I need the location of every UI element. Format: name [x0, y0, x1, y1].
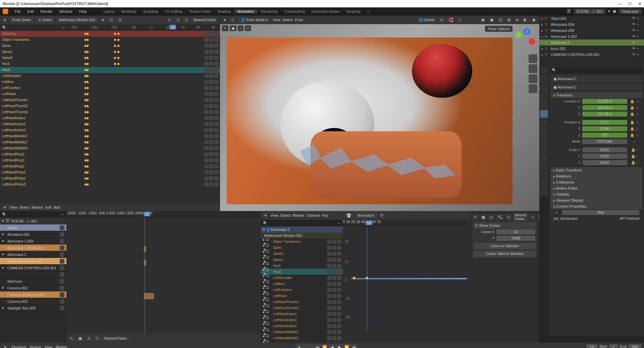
rotation-mode-dropdown[interactable]: XYZ Euler	[582, 139, 627, 144]
workspace-rendering[interactable]: Rendering	[257, 9, 281, 13]
pose-menu[interactable]: Pose	[295, 18, 303, 22]
next-key-icon[interactable]: ⏩	[343, 344, 350, 348]
workspace-shading[interactable]: Shading	[214, 9, 234, 13]
edit-menu[interactable]: Edit	[45, 205, 51, 209]
channel-row[interactable]: LeftHandIndex3	[0, 127, 220, 133]
view-menu[interactable]: View	[44, 345, 52, 348]
tab-physics-icon[interactable]	[540, 136, 548, 144]
mute-icon[interactable]	[332, 288, 336, 292]
graph-channel-row[interactable]: ▸ ☑ 👁 Head	[261, 269, 343, 275]
keyframe[interactable]	[86, 129, 89, 132]
modifier-icon[interactable]	[327, 342, 331, 343]
keyframe[interactable]	[114, 57, 116, 59]
tab-material-icon[interactable]	[540, 180, 548, 188]
lock-icon[interactable]	[337, 330, 341, 334]
view-menu[interactable]: View	[273, 18, 281, 22]
graph-channel-row[interactable]: ▸ ☑ 👁 Spine1	[261, 251, 343, 257]
modifier-icon[interactable]	[327, 282, 331, 286]
keyframe[interactable]	[86, 117, 89, 120]
tab-scene-icon[interactable]	[540, 92, 548, 100]
nla-item[interactable]: Astronaut 2Action.001	[0, 258, 66, 265]
blender-logo-icon[interactable]	[3, 9, 8, 14]
lock-icon[interactable]	[337, 239, 341, 244]
nla-item[interactable]: ▾ Astronaut 2	[0, 251, 66, 258]
disclosure-icon[interactable]: ▾	[2, 239, 6, 243]
transform-section[interactable]: Transform	[551, 92, 642, 98]
visibility-icon[interactable]: 👁	[632, 34, 637, 39]
object-name-field[interactable]: ▣ Astronaut 2	[551, 75, 642, 82]
selectable-icon[interactable]: ▹	[637, 34, 642, 39]
graph-action-row[interactable]: ▾ Astronaut 2Action.001	[261, 232, 343, 238]
lock-icon[interactable]	[337, 282, 341, 286]
view-menu[interactable]: View	[9, 205, 17, 209]
workspace-uvediting[interactable]: UV Editing	[161, 9, 185, 13]
lock-icon[interactable]	[337, 324, 341, 328]
tab-data-icon[interactable]	[540, 153, 548, 161]
editor-type-icon[interactable]: ▾	[222, 17, 227, 23]
viewport-display-section[interactable]: Viewport Display	[551, 197, 642, 203]
lock-icon[interactable]	[337, 264, 341, 268]
add-property-icon[interactable]: +	[553, 211, 560, 215]
props-search-input[interactable]	[556, 68, 641, 72]
cursor-to-selection-button[interactable]: Cursor to Selection	[474, 243, 536, 249]
checkbox[interactable]	[60, 272, 64, 277]
nla-item[interactable]: Astronaut 1.003Action	[0, 245, 66, 251]
nla-strip[interactable]	[144, 293, 154, 299]
nla-strip[interactable]	[144, 246, 146, 252]
lock-icon[interactable]	[337, 246, 341, 250]
keyframe[interactable]	[86, 93, 89, 95]
visibility-icon[interactable]: 👁	[632, 28, 637, 33]
disclosure-icon[interactable]: ▸	[541, 41, 543, 45]
mute-icon[interactable]	[332, 252, 336, 256]
mute-icon[interactable]	[332, 246, 336, 250]
mute-icon[interactable]	[332, 330, 336, 334]
tab-texture-icon[interactable]	[540, 188, 548, 196]
workspace-texturepaint[interactable]: Texture Paint	[185, 9, 214, 13]
mute-icon[interactable]	[332, 264, 336, 268]
editor-type-icon[interactable]: ▾	[263, 213, 268, 218]
rotation-z-input[interactable]: 721°	[582, 133, 627, 138]
graph-channel-row[interactable]: ▸ ☑ 👁 Spine2	[261, 257, 343, 263]
disclosure-icon[interactable]: ▸	[541, 22, 543, 27]
graph-channel-row[interactable]: ▸ ☑ 👁 LeftHand	[261, 293, 343, 299]
channel-row[interactable]: LeftForeArm	[0, 85, 220, 91]
lock-icon[interactable]	[337, 270, 341, 274]
graph-armature-row[interactable]: ▾ 👤 Astronaut 2	[261, 226, 343, 232]
disclosure-icon[interactable]: ▸ ☑ 👁	[263, 340, 273, 343]
marker-menu[interactable]: Marker	[56, 345, 67, 348]
select-circle-icon[interactable]: ○	[238, 25, 244, 31]
action-selector[interactable]: Astronaut 2Action.001	[56, 17, 98, 22]
channel-row[interactable]: LeftHandIndex2	[0, 121, 220, 127]
disclosure-icon[interactable]: ▾	[2, 306, 6, 310]
lock-icon[interactable]	[337, 252, 341, 256]
workspace-layout[interactable]: Layout	[100, 9, 118, 13]
graph-search-input[interactable]	[268, 221, 337, 225]
scale-x-input[interactable]: 0.010	[582, 147, 627, 152]
jump-start-icon[interactable]: ⏮	[314, 344, 321, 348]
nla-item[interactable]	[0, 271, 66, 278]
keyframe[interactable]	[86, 63, 89, 65]
axis-x-icon[interactable]	[529, 38, 535, 45]
viewlayer-selector[interactable]: ViewLayer	[619, 9, 641, 14]
mute-icon[interactable]	[332, 294, 336, 298]
disclosure-icon[interactable]: ▾	[2, 232, 6, 236]
disclosure-icon[interactable]: ▸	[541, 16, 543, 21]
xray-icon[interactable]: ◫	[497, 17, 504, 23]
keyframe[interactable]	[114, 63, 116, 65]
graph-channel-row[interactable]: ▸ ☑ 👁 LeftHandThumb2	[261, 305, 343, 311]
channel-row[interactable]: LeftHand	[0, 91, 220, 97]
minimize-icon[interactable]: —	[618, 2, 622, 6]
keyframe[interactable]	[86, 69, 89, 71]
keyframe[interactable]	[86, 153, 89, 156]
disclosure-icon[interactable]: ▸	[541, 47, 543, 51]
custom-properties-section[interactable]: Custom Properties	[551, 203, 642, 209]
nla-item[interactable]: ▾ Armature.002	[0, 231, 66, 238]
channel-row[interactable]: LeftShoulder	[0, 73, 220, 79]
channel-row[interactable]: LeftHandRing3	[0, 163, 220, 169]
relations-section[interactable]: Relations	[551, 173, 642, 179]
tab-output-icon[interactable]	[540, 75, 548, 83]
tab-constraint-icon[interactable]	[540, 145, 548, 153]
lock-icon[interactable]	[337, 300, 341, 304]
keyframe[interactable]	[86, 57, 89, 59]
orientation-dropdown[interactable]: 🌐 Global	[417, 17, 436, 22]
